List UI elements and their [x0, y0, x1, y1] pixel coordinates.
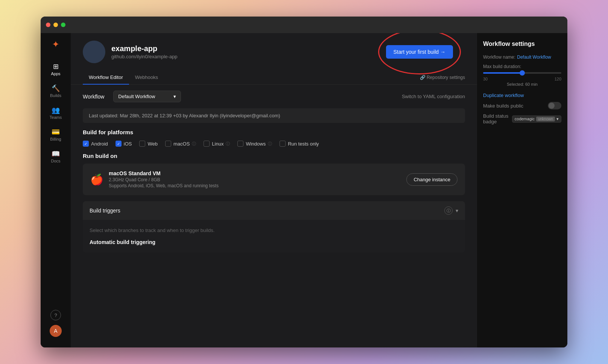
last-updated-banner: Last updated: Mar 28th, 2022 at 12:39 +0… [83, 108, 465, 123]
max-build-section: Max build duration: 30 120 Selected: 60 … [483, 64, 561, 86]
triggers-chevron-icon[interactable]: ▾ [456, 208, 458, 214]
make-builds-public-toggle[interactable] [548, 102, 561, 109]
android-checkbox[interactable] [83, 141, 89, 147]
start-build-area: Start your first build → [386, 45, 453, 59]
instance-details: macOS Standard VM 2.3GHz Quad Core / 8GB… [109, 170, 219, 188]
tab-bar: Workflow Editor Webhooks 🔗 Repository se… [71, 71, 477, 85]
slider-track [483, 72, 561, 74]
windows-label: Windows [246, 141, 266, 147]
sidebar-item-label: Billing [50, 137, 61, 141]
chevron-down-icon: ▾ [173, 94, 176, 99]
platform-web[interactable]: Web [139, 141, 158, 147]
right-panel: Workflow settings Workflow name: Default… [477, 33, 567, 347]
instance-card: 🍎 macOS Standard VM 2.3GHz Quad Core / 8… [83, 164, 465, 195]
workflow-row: Workflow Default Workflow ▾ Switch to YA… [71, 85, 477, 108]
sidebar-item-teams[interactable]: 👥 Teams [41, 102, 71, 124]
triggers-title: Build triggers [90, 208, 120, 214]
change-instance-button[interactable]: Change instance [406, 173, 458, 186]
ios-checkbox[interactable] [116, 141, 122, 147]
switch-yaml-link[interactable]: Switch to YAML configuration [402, 94, 465, 99]
sidebar-item-apps[interactable]: ⊞ Apps [41, 59, 71, 80]
tests-only-checkbox[interactable] [280, 141, 286, 147]
web-label: Web [147, 141, 158, 147]
build-badge-row: Build status badge codemagic unknown ▾ [483, 113, 561, 124]
app-repo: github.com/ilyin0/example-app [111, 54, 178, 59]
platform-linux[interactable]: Linux ⓘ [204, 141, 230, 147]
platform-android[interactable]: Android [83, 141, 108, 147]
platform-ios[interactable]: iOS [116, 141, 132, 147]
workflow-select[interactable]: Default Workflow ▾ [113, 91, 181, 102]
sidebar-item-builds[interactable]: 🔨 Builds [41, 80, 71, 102]
windows-checkbox[interactable] [237, 141, 243, 147]
toggle-knob [549, 103, 555, 109]
start-build-button[interactable]: Start your first build → [386, 45, 453, 59]
workflow-label: Workflow [83, 94, 104, 100]
linux-label: Linux [212, 141, 223, 147]
max-build-label: Max build duration: [483, 64, 561, 69]
panel-title: Workflow settings [483, 41, 561, 47]
web-checkbox[interactable] [139, 141, 145, 147]
windows-info-icon[interactable]: ⓘ [268, 141, 272, 147]
run-build-section: Run build on 🍎 macOS Standard VM 2.3GHz … [71, 153, 477, 201]
ios-label: iOS [124, 141, 132, 147]
linux-info-icon[interactable]: ⓘ [226, 141, 230, 147]
platform-macos[interactable]: macOS ⓘ [165, 141, 196, 147]
sidebar-item-billing[interactable]: 💳 Billing [41, 124, 71, 146]
sidebar-item-label: Apps [51, 71, 60, 76]
android-label: Android [91, 141, 108, 147]
apps-icon: ⊞ [53, 63, 59, 70]
workflow-name-value[interactable]: Default Workflow [517, 55, 551, 60]
triggers-info-icon[interactable]: ⓘ [444, 206, 453, 215]
platform-windows[interactable]: Windows ⓘ [237, 141, 272, 147]
slider-selected: Selected: 60 min [483, 82, 561, 86]
slider-max: 120 [555, 77, 561, 81]
build-triggers-section: Build triggers ⓘ ▾ Select which branches… [71, 201, 477, 259]
platforms-title: Build for platforms [83, 129, 465, 135]
sidebar-item-label: Docs [51, 159, 60, 163]
triggers-header[interactable]: Build triggers ⓘ ▾ [83, 201, 465, 220]
triggers-actions: ⓘ ▾ [444, 206, 458, 215]
build-badge-label: Build status badge [483, 113, 512, 124]
run-build-title: Run build on [83, 153, 465, 159]
slider-thumb[interactable] [520, 70, 525, 76]
build-badge-value[interactable]: codemagic unknown ▾ [512, 115, 561, 123]
sidebar-item-docs[interactable]: 📖 Docs [41, 146, 71, 168]
apple-icon: 🍎 [90, 173, 103, 186]
platforms-row: Android iOS Web macOS ⓘ [83, 141, 465, 147]
builds-icon: 🔨 [52, 85, 60, 92]
slider-fill [483, 72, 522, 74]
titlebar [41, 17, 567, 33]
app-avatar [83, 41, 105, 63]
app-header: example-app github.com/ilyin0/example-ap… [71, 33, 477, 71]
linux-checkbox[interactable] [204, 141, 210, 147]
tab-webhooks[interactable]: Webhooks [129, 71, 164, 85]
macos-checkbox[interactable] [165, 141, 171, 147]
tests-only-label: Run tests only [288, 141, 319, 147]
app-body: ✦ ⊞ Apps 🔨 Builds 👥 Teams 💳 Billing 📖 Do… [41, 33, 567, 347]
make-builds-public-row: Make builds public [483, 102, 561, 109]
avatar[interactable]: A [50, 325, 62, 337]
sidebar: ✦ ⊞ Apps 🔨 Builds 👥 Teams 💳 Billing 📖 Do… [41, 33, 71, 347]
logo-icon[interactable]: ✦ [52, 39, 59, 50]
maximize-button[interactable] [61, 23, 65, 27]
triggers-body: Select which branches to track and when … [83, 220, 465, 253]
repo-settings-link[interactable]: 🔗 Repository settings [420, 75, 465, 80]
duplicate-workflow-link[interactable]: Duplicate workflow [483, 93, 561, 98]
slider-bounds: 30 120 [483, 77, 561, 81]
workflow-select-value: Default Workflow [118, 94, 155, 99]
slider-min: 30 [483, 77, 488, 81]
tabs: Workflow Editor Webhooks [83, 71, 164, 84]
workflow-name-label: Workflow name: [483, 55, 515, 60]
minimize-button[interactable] [53, 23, 58, 27]
close-button[interactable] [46, 23, 50, 27]
platform-tests-only[interactable]: Run tests only [280, 141, 319, 147]
sidebar-bottom: ? A [41, 310, 71, 341]
instance-spec: 2.3GHz Quad Core / 8GB [109, 177, 219, 182]
tab-workflow-editor[interactable]: Workflow Editor [83, 71, 129, 85]
help-button[interactable]: ? [50, 310, 61, 320]
make-builds-public-label: Make builds public [483, 103, 523, 109]
sidebar-item-label: Teams [50, 115, 62, 120]
instance-info: 🍎 macOS Standard VM 2.3GHz Quad Core / 8… [90, 170, 219, 188]
teams-icon: 👥 [52, 107, 60, 114]
macos-info-icon[interactable]: ⓘ [192, 141, 196, 147]
